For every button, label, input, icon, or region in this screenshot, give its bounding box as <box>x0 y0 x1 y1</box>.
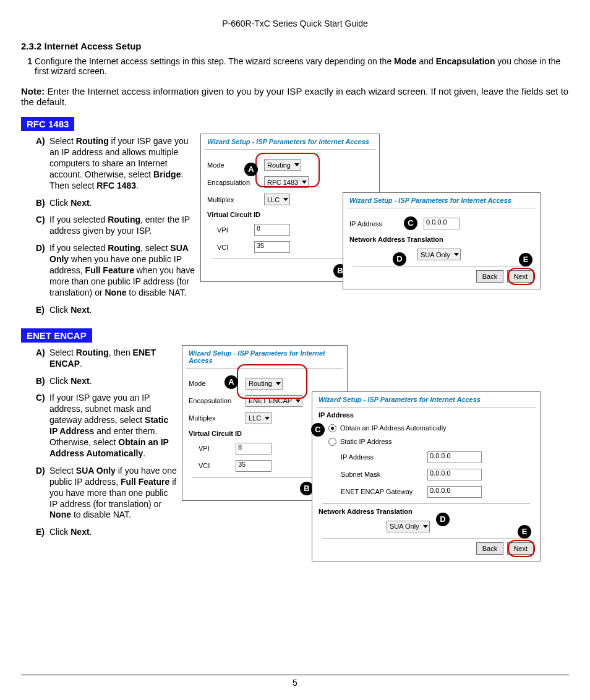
bullet-a: A) <box>36 136 49 192</box>
bullet-e: E) <box>36 305 49 316</box>
text: . <box>80 359 82 369</box>
text: . <box>143 448 145 458</box>
radio-static[interactable] <box>328 438 336 446</box>
gateway-input[interactable]: 0.0.0.0 <box>427 486 482 498</box>
dialog-title: Wizard Setup - ISP Parameters for Intern… <box>201 134 379 149</box>
text: Click <box>49 305 71 315</box>
vpi-input[interactable]: 8 <box>236 443 271 455</box>
text: Select <box>49 466 76 476</box>
bullet-d: D) <box>36 466 49 521</box>
bullet-a: A) <box>36 348 49 370</box>
label-ip-heading: IP Address <box>319 411 354 419</box>
strong: RFC 1483 <box>96 181 136 190</box>
radio-label: Static IP Address <box>340 438 392 445</box>
label-subnet: Subnet Mask <box>328 471 427 478</box>
badge-d: D <box>393 252 406 266</box>
text: . <box>90 305 92 315</box>
strong: Next <box>71 527 89 537</box>
text: If your ISP gave you an IP address, subn… <box>49 393 151 425</box>
text: Click <box>49 198 71 208</box>
strong: Full Feature <box>121 477 169 487</box>
chevron-down-icon <box>265 417 270 420</box>
strong: Routing <box>76 136 109 146</box>
radio-obtain[interactable] <box>328 424 336 432</box>
badge-e: E <box>519 253 532 267</box>
label-nat: Network Address Translation <box>349 236 443 243</box>
label-vci: VCI <box>199 462 236 469</box>
page-number: 5 <box>0 678 590 688</box>
doc-header: P-660R-TxC Series Quick Start Guide <box>21 19 569 28</box>
text: . <box>90 527 92 537</box>
label-nat: Network Address Translation <box>319 508 413 515</box>
badge-d: D <box>436 513 450 526</box>
text: , then <box>109 348 133 357</box>
text: . <box>136 181 139 190</box>
text: Click <box>49 527 71 537</box>
wizard-dialog-enet2: Wizard Setup - ISP Parameters for Intern… <box>312 391 541 561</box>
text: Click <box>49 376 71 386</box>
badge-a: A <box>244 163 258 176</box>
ip-input[interactable]: 0.0.0.0 <box>424 218 460 229</box>
vpi-input[interactable]: 8 <box>254 224 290 236</box>
highlight-a <box>237 364 307 399</box>
select-value: SUA Only <box>421 251 450 258</box>
bullet-b: B) <box>36 376 49 387</box>
badge-a: A <box>224 375 238 389</box>
note-block: Note: Enter the Internet access informat… <box>21 86 569 107</box>
chevron-down-icon <box>283 198 288 201</box>
step-1: 1 Configure the Internet access settings… <box>21 56 569 76</box>
strong: None <box>105 288 126 297</box>
bullet-d: D) <box>36 243 49 299</box>
note-label: Note: <box>21 86 45 96</box>
strong: None <box>49 510 71 519</box>
chevron-down-icon <box>454 253 459 256</box>
vci-input[interactable]: 35 <box>254 241 290 253</box>
highlight-e <box>508 540 535 557</box>
chevron-down-icon <box>296 399 301 403</box>
highlight-e <box>508 268 535 285</box>
section-tag-enet: ENET ENCAP <box>21 328 92 343</box>
strong: Mode <box>394 56 417 66</box>
bullet-c: C) <box>36 393 49 459</box>
select-value: LLC <box>249 414 261 422</box>
select-value: SUA Only <box>390 523 419 530</box>
text: to disable NAT. <box>126 288 186 297</box>
badge-c: C <box>311 423 325 437</box>
ip-input[interactable]: 0.0.0.0 <box>427 451 482 463</box>
label-mux: Multiplex <box>207 196 264 203</box>
nat-select[interactable]: SUA Only <box>417 249 461 260</box>
section-tag-rfc: RFC 1483 <box>21 117 74 131</box>
mux-select[interactable]: LLC <box>264 194 290 205</box>
label-mux: Multiplex <box>189 414 246 422</box>
nat-select[interactable]: SUA Only <box>387 521 430 532</box>
vci-input[interactable]: 35 <box>236 460 271 472</box>
strong: Encapsulation <box>436 56 495 66</box>
step-text: Configure the Internet access settings i… <box>35 56 394 66</box>
subnet-input[interactable]: 0.0.0.0 <box>427 469 482 480</box>
back-button[interactable]: Back <box>476 542 503 555</box>
section-heading: 2.3.2 Internet Access Setup <box>21 41 569 51</box>
strong: Bridge <box>153 169 181 179</box>
note-text: Enter the Internet access information gi… <box>21 86 568 107</box>
step-number: 1 <box>21 56 35 76</box>
strong: Routing <box>108 215 140 224</box>
label-vcid: Virtual Circuit ID <box>207 211 260 218</box>
text: . <box>90 198 92 208</box>
radio-label: Obtain an IP Address Automatically <box>340 424 447 432</box>
chevron-down-icon <box>423 525 428 528</box>
label-vci: VCI <box>217 244 254 251</box>
text: . <box>90 376 92 386</box>
text: Select <box>49 136 76 146</box>
text: , select <box>140 243 170 253</box>
strong: Routing <box>108 243 140 253</box>
label-ip: IP Address <box>328 453 427 461</box>
badge-e: E <box>518 525 531 539</box>
mux-select[interactable]: LLC <box>246 412 271 424</box>
text: If you selected <box>49 215 108 224</box>
text: to disable NAT. <box>71 510 131 519</box>
text: Select <box>49 348 76 357</box>
back-button[interactable]: Back <box>476 270 503 283</box>
wizard-dialog-rfc2: Wizard Setup - ISP Parameters for Intern… <box>343 192 541 289</box>
highlight-a <box>255 153 320 187</box>
bullet-c: C) <box>36 215 49 237</box>
